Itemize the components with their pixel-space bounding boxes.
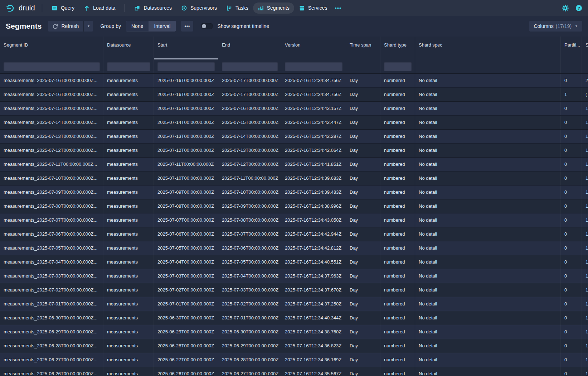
cell-start[interactable]: 2025-07-10T00:00:00.000Z [154,172,218,185]
cell-shard-type[interactable]: numbered [380,297,415,311]
cell-datasource[interactable]: measurements [103,283,154,297]
cell-shard-spec[interactable]: No detail [415,367,561,376]
cell-size[interactable]: 1 [582,172,588,185]
cell-end[interactable]: 2025-07-16T00:00:00.000Z [218,102,281,115]
cell-partition[interactable]: 0 [561,241,582,255]
column-header-version[interactable]: Version [281,37,346,59]
cell-end[interactable]: 2025-07-14T00:00:00.000Z [218,130,281,143]
cell-version[interactable]: 2025-07-16T12:34:43.050Z [281,213,346,227]
cell-segment-id[interactable]: measurements_2025-06-28T00:00:00.000Z... [0,339,103,353]
cell-shard-type[interactable]: numbered [380,116,415,129]
cell-version[interactable]: 2025-07-16T12:34:41.851Z [281,158,346,171]
filter-input-end[interactable] [222,62,278,71]
cell-time-span[interactable]: Day [346,88,380,101]
cell-time-span[interactable]: Day [346,172,380,185]
columns-button[interactable]: Columns (17/19) ▼ [529,21,582,32]
cell-segment-id[interactable]: measurements_2025-07-10T00:00:00.000Z... [0,172,103,185]
cell-size[interactable]: 1 [582,241,588,255]
cell-segment-id[interactable]: measurements_2025-06-26T00:00:00.000Z... [0,367,103,376]
cell-time-span[interactable]: Day [346,339,380,353]
cell-size[interactable]: 1 [582,297,588,311]
nav-item-tasks[interactable]: Tasks [222,3,253,14]
cell-datasource[interactable]: measurements [103,172,154,185]
settings-gear-icon[interactable] [562,5,569,11]
cell-version[interactable]: 2025-07-16T12:34:40.344Z [281,311,346,325]
cell-segment-id[interactable]: measurements_2025-07-02T00:00:00.000Z... [0,283,103,297]
cell-version[interactable]: 2025-07-16T12:34:38.760Z [281,325,346,339]
cell-partition[interactable]: 0 [561,102,582,115]
nav-item-services[interactable]: Services [294,3,332,14]
cell-datasource[interactable]: measurements [103,255,154,269]
group-by-interval-button[interactable]: Interval [149,21,176,32]
cell-partition[interactable]: 0 [561,116,582,129]
cell-shard-type[interactable]: numbered [380,255,415,269]
cell-version[interactable]: 2025-07-16T12:34:39.683Z [281,172,346,185]
cell-time-span[interactable]: Day [346,325,380,339]
cell-size[interactable]: 1 [582,116,588,129]
cell-shard-spec[interactable]: No detail [415,213,561,227]
cell-shard-type[interactable]: numbered [380,213,415,227]
nav-item-supervisors[interactable]: Supervisors [176,3,222,14]
cell-time-span[interactable]: Day [346,367,380,376]
cell-shard-type[interactable]: numbered [380,353,415,367]
cell-shard-type[interactable]: numbered [380,311,415,325]
cell-size[interactable]: 1 [582,185,588,199]
cell-end[interactable]: 2025-07-01T00:00:00.000Z [218,311,281,325]
cell-segment-id[interactable]: measurements_2025-07-03T00:00:00.000Z... [0,269,103,283]
column-header-start[interactable]: Start [154,37,218,59]
cell-partition[interactable]: 0 [561,255,582,269]
cell-shard-type[interactable]: numbered [380,74,415,87]
cell-shard-spec[interactable]: No detail [415,199,561,213]
cell-time-span[interactable]: Day [346,213,380,227]
cell-end[interactable]: 2025-07-07T00:00:00.000Z [218,227,281,241]
cell-size[interactable]: 1 [582,255,588,269]
segment-timeline-toggle[interactable] [201,23,213,29]
cell-time-span[interactable]: Day [346,144,380,157]
cell-segment-id[interactable]: measurements_2025-07-11T00:00:00.000Z... [0,158,103,171]
group-by-none-button[interactable]: None [126,21,149,32]
cell-segment-id[interactable]: measurements_2025-07-09T00:00:00.000Z... [0,185,103,199]
cell-shard-spec[interactable]: No detail [415,241,561,255]
cell-shard-spec[interactable]: No detail [415,88,561,101]
cell-end[interactable]: 2025-06-28T00:00:00.000Z [218,353,281,367]
cell-start[interactable]: 2025-06-30T00:00:00.000Z [154,311,218,325]
cell-start[interactable]: 2025-06-27T00:00:00.000Z [154,353,218,367]
cell-end[interactable]: 2025-07-11T00:00:00.000Z [218,172,281,185]
cell-segment-id[interactable]: measurements_2025-07-16T00:00:00.000Z... [0,74,103,87]
cell-segment-id[interactable]: measurements_2025-07-16T00:00:00.000Z... [0,88,103,101]
cell-version[interactable]: 2025-07-16T12:34:36.823Z [281,339,346,353]
help-icon[interactable]: ? [575,5,582,11]
column-header-time-span[interactable]: Time span [346,37,380,59]
cell-segment-id[interactable]: measurements_2025-07-07T00:00:00.000Z... [0,213,103,227]
more-options-button[interactable]: ••• [181,21,193,32]
cell-end[interactable]: 2025-07-03T00:00:00.000Z [218,283,281,297]
cell-datasource[interactable]: measurements [103,74,154,87]
cell-time-span[interactable]: Day [346,269,380,283]
cell-start[interactable]: 2025-07-09T00:00:00.000Z [154,185,218,199]
cell-datasource[interactable]: measurements [103,185,154,199]
cell-time-span[interactable]: Day [346,255,380,269]
cell-datasource[interactable]: measurements [103,311,154,325]
cell-size[interactable]: 1 [582,339,588,353]
refresh-options-caret[interactable]: ▼ [83,21,93,32]
cell-version[interactable]: 2025-07-16T12:34:43.157Z [281,102,346,115]
column-header-size[interactable]: S [582,37,588,59]
cell-end[interactable]: 2025-07-12T00:00:00.000Z [218,158,281,171]
cell-version[interactable]: 2025-07-16T12:34:34.756Z [281,74,346,87]
cell-datasource[interactable]: measurements [103,367,154,376]
cell-shard-spec[interactable]: No detail [415,325,561,339]
cell-datasource[interactable]: measurements [103,325,154,339]
cell-partition[interactable]: 0 [561,269,582,283]
cell-start[interactable]: 2025-07-13T00:00:00.000Z [154,130,218,143]
cell-time-span[interactable]: Day [346,130,380,143]
cell-shard-spec[interactable]: No detail [415,297,561,311]
cell-partition[interactable]: 0 [561,213,582,227]
cell-time-span[interactable]: Day [346,185,380,199]
filter-input-start[interactable] [157,62,215,71]
nav-item-segments[interactable]: Segments [253,3,294,14]
cell-version[interactable]: 2025-07-16T12:34:39.483Z [281,185,346,199]
cell-time-span[interactable]: Day [346,283,380,297]
cell-partition[interactable]: 0 [561,172,582,185]
cell-start[interactable]: 2025-07-07T00:00:00.000Z [154,213,218,227]
cell-version[interactable]: 2025-07-16T12:34:42.812Z [281,241,346,255]
